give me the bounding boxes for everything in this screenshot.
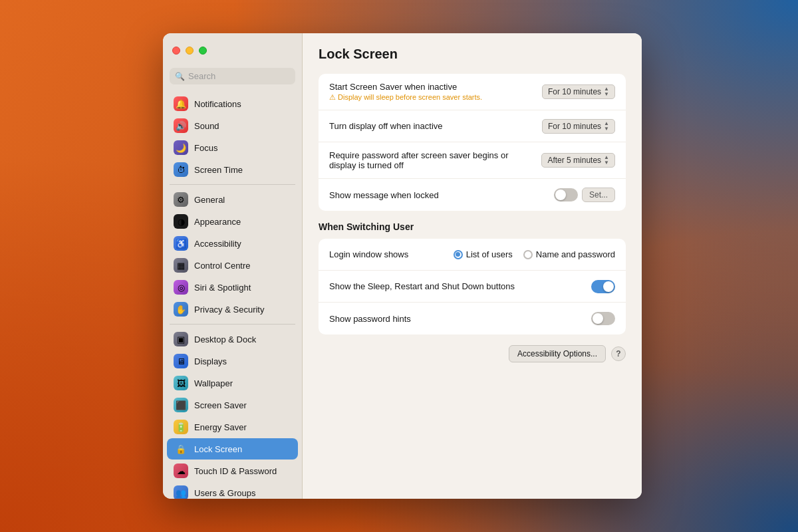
sidebar-item-energy-saver[interactable]: 🔋 Energy Saver (167, 416, 298, 438)
radio-list-users[interactable]: List of users (454, 249, 513, 259)
maximize-button[interactable] (199, 47, 207, 55)
sleep-restart-row: Show the Sleep, Restart and Shut Down bu… (319, 271, 626, 303)
sidebar-item-control-centre[interactable]: ▦ Control Centre (167, 255, 298, 276)
login-window-row: Login window shows List of users Name an… (319, 239, 626, 271)
set-button[interactable]: Set... (582, 188, 615, 202)
screen-saver-sublabel: ⚠ Display will sleep before screen saver… (329, 93, 542, 102)
sidebar: 🔍 🔔 Notifications 🔊 Sound 🌙 Focus (163, 33, 303, 499)
require-password-stepper[interactable]: After 5 minutes ▲▼ (541, 153, 615, 168)
sidebar-label-screen-saver: Screen Saver (194, 400, 247, 410)
sidebar-label-lock-screen: Lock Screen (194, 444, 242, 454)
sidebar-item-touch-id[interactable]: ☁ Touch ID & Password (167, 460, 298, 481)
when-switching-title: When Switching User (319, 221, 626, 232)
password-hints-toggle[interactable] (591, 312, 615, 325)
sidebar-item-sound[interactable]: 🔊 Sound (167, 115, 298, 136)
login-window-label: Login window shows (329, 249, 454, 259)
sidebar-label-energy-saver: Energy Saver (194, 422, 247, 432)
privacy-icon: ✋ (174, 302, 188, 317)
show-message-row: Show message when locked Set... (319, 179, 626, 211)
sidebar-label-privacy-security: Privacy & Security (194, 305, 264, 315)
bottom-row: Accessibility Options... ? (319, 345, 626, 362)
require-password-control: After 5 minutes ▲▼ (541, 153, 615, 168)
sidebar-scroll: 🔔 Notifications 🔊 Sound 🌙 Focus ⏱ Screen… (163, 91, 302, 499)
show-message-label: Show message when locked (329, 190, 554, 200)
sidebar-label-appearance: Appearance (194, 217, 241, 227)
sidebar-label-accessibility: Accessibility (194, 239, 241, 249)
sidebar-item-screen-saver[interactable]: ⬛ Screen Saver (167, 394, 298, 416)
sidebar-item-wallpaper[interactable]: 🖼 Wallpaper (167, 372, 298, 394)
radio-name-password[interactable]: Name and password (523, 249, 615, 259)
lock-screen-icon: 🔒 (174, 442, 188, 456)
sidebar-item-focus[interactable]: 🌙 Focus (167, 137, 298, 158)
close-button[interactable] (172, 47, 180, 55)
sound-icon: 🔊 (174, 118, 188, 133)
display-off-control: For 10 minutes ▲▼ (542, 119, 615, 134)
sidebar-label-screen-time: Screen Time (194, 165, 243, 175)
display-off-stepper[interactable]: For 10 minutes ▲▼ (542, 119, 615, 134)
show-message-toggle[interactable] (554, 188, 578, 201)
toggle-knob-2 (603, 281, 614, 292)
notifications-icon: 🔔 (174, 96, 188, 111)
top-settings-card: Start Screen Saver when inactive ⚠ Displ… (319, 74, 626, 211)
screen-saver-label: Start Screen Saver when inactive ⚠ Displ… (329, 82, 542, 102)
search-box[interactable]: 🔍 (170, 68, 295, 84)
password-hints-control (591, 312, 615, 325)
screen-saver-control: For 10 minutes ▲▼ (542, 84, 615, 99)
display-off-row: Turn display off when inactive For 10 mi… (319, 110, 626, 142)
sidebar-label-users-groups: Users & Groups (194, 488, 255, 498)
require-password-label: Require password after screen saver begi… (329, 150, 541, 170)
accessibility-options-button[interactable]: Accessibility Options... (509, 345, 606, 362)
sidebar-label-wallpaper: Wallpaper (194, 378, 233, 388)
screen-time-icon: ⏱ (174, 162, 188, 177)
radio-circle-name-password (523, 250, 533, 259)
help-button[interactable]: ? (611, 346, 626, 361)
sidebar-item-desktop-dock[interactable]: ▣ Desktop & Dock (167, 329, 298, 350)
radio-label-name-password: Name and password (536, 249, 615, 259)
display-off-value: For 10 minutes (548, 122, 601, 131)
main-content: Lock Screen Start Screen Saver when inac… (303, 33, 642, 499)
sidebar-item-notifications[interactable]: 🔔 Notifications (167, 93, 298, 114)
stepper-arrows-1: ▲▼ (604, 86, 609, 97)
screen-saver-icon: ⬛ (174, 398, 188, 412)
sidebar-item-lock-screen[interactable]: 🔒 Lock Screen (167, 438, 298, 460)
sidebar-label-notifications: Notifications (194, 99, 241, 109)
search-input[interactable] (188, 71, 290, 81)
screen-saver-stepper[interactable]: For 10 minutes ▲▼ (542, 84, 615, 99)
radio-circle-list-users (454, 250, 463, 259)
displays-icon: 🖥 (174, 354, 188, 368)
sidebar-item-privacy-security[interactable]: ✋ Privacy & Security (167, 299, 298, 320)
screen-saver-value: For 10 minutes (548, 87, 601, 96)
sidebar-item-siri-spotlight[interactable]: ◎ Siri & Spotlight (167, 277, 298, 298)
minimize-button[interactable] (186, 47, 194, 55)
divider-1 (170, 184, 295, 185)
sidebar-group-2: ⚙ General ◑ Appearance ♿ Accessibility ▦… (163, 189, 302, 320)
sleep-restart-toggle[interactable] (591, 280, 615, 293)
sidebar-item-screen-time[interactable]: ⏱ Screen Time (167, 159, 298, 180)
focus-icon: 🌙 (174, 140, 188, 155)
sidebar-label-desktop-dock: Desktop & Dock (194, 334, 256, 344)
sidebar-label-sound: Sound (194, 121, 219, 131)
screen-saver-row: Start Screen Saver when inactive ⚠ Displ… (319, 74, 626, 110)
sidebar-item-appearance[interactable]: ◑ Appearance (167, 211, 298, 232)
wallpaper-icon: 🖼 (174, 376, 188, 390)
divider-2 (170, 324, 295, 325)
general-icon: ⚙ (174, 192, 188, 207)
search-icon: 🔍 (175, 72, 185, 81)
sidebar-item-users-groups[interactable]: 👥 Users & Groups (167, 482, 298, 499)
password-hints-label: Show password hints (329, 314, 591, 324)
sidebar-item-accessibility[interactable]: ♿ Accessibility (167, 233, 298, 254)
require-password-value: After 5 minutes (547, 156, 601, 165)
appearance-icon: ◑ (174, 214, 188, 229)
sidebar-label-focus: Focus (194, 143, 217, 153)
toggle-knob-3 (593, 313, 603, 324)
energy-saver-icon: 🔋 (174, 420, 188, 434)
sidebar-label-control-centre: Control Centre (194, 261, 251, 271)
desktop-dock-icon: ▣ (174, 332, 188, 346)
accessibility-icon: ♿ (174, 236, 188, 251)
sidebar-label-general: General (194, 195, 225, 205)
password-hints-row: Show password hints (319, 303, 626, 334)
sidebar-item-general[interactable]: ⚙ General (167, 189, 298, 210)
page-title: Lock Screen (319, 47, 626, 62)
sidebar-item-displays[interactable]: 🖥 Displays (167, 350, 298, 372)
sleep-restart-label: Show the Sleep, Restart and Shut Down bu… (329, 281, 591, 291)
